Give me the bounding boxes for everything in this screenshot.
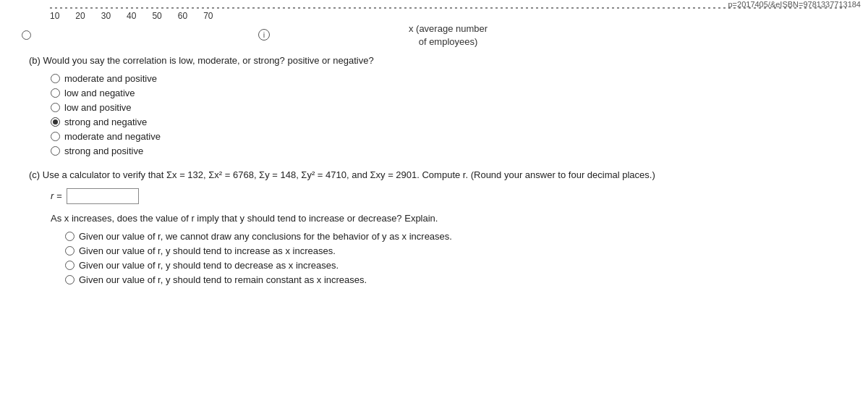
radio-group-b: moderate and positive low and negative l… bbox=[51, 73, 846, 156]
radio-c3-label: Given our value of r, y should tend to d… bbox=[79, 260, 339, 271]
radio-b6-label: strong and positive bbox=[64, 146, 143, 156]
header-url: p=2017405/&eISBN=9781337713184 bbox=[728, 0, 861, 9]
section-c: (c) Use a calculator to verify that Σx =… bbox=[22, 168, 846, 285]
r-input-row: r = bbox=[51, 188, 846, 204]
radio-item-b1[interactable]: moderate and positive bbox=[51, 73, 846, 84]
r-label: r = bbox=[51, 190, 62, 201]
tick-line bbox=[50, 7, 846, 9]
radio-b3-label: low and positive bbox=[64, 102, 132, 113]
radio-b5[interactable] bbox=[51, 132, 60, 141]
radio-item-c2[interactable]: Given our value of r, y should tend to i… bbox=[65, 245, 846, 256]
info-icon[interactable]: i bbox=[258, 29, 270, 41]
radio-b4-label: strong and negative bbox=[64, 117, 147, 127]
tick-row: 10 20 30 40 50 60 70 bbox=[50, 11, 846, 21]
tick-20: 20 bbox=[75, 11, 85, 21]
radio-b3[interactable] bbox=[51, 103, 60, 112]
radio-item-b2[interactable]: low and negative bbox=[51, 88, 846, 98]
tick-50: 50 bbox=[152, 11, 161, 21]
radio-group-c: Given our value of r, we cannot draw any… bbox=[65, 231, 846, 285]
radio-b1-label: moderate and positive bbox=[64, 73, 157, 84]
section-c-title: (c) Use a calculator to verify that Σx =… bbox=[29, 168, 846, 182]
radio-c2[interactable] bbox=[65, 246, 75, 256]
radio-c1[interactable] bbox=[65, 232, 75, 241]
radio-item-b6[interactable]: strong and positive bbox=[51, 146, 846, 156]
radio-c4-label: Given our value of r, y should tend to r… bbox=[79, 274, 367, 285]
section-b-title: (b) Would you say the correlation is low… bbox=[29, 54, 846, 68]
radio-item-b3[interactable]: low and positive bbox=[51, 102, 846, 113]
tick-40: 40 bbox=[127, 11, 136, 21]
top-section: 10 20 30 40 50 60 70 x (average number o… bbox=[22, 7, 846, 41]
radio-b6[interactable] bbox=[51, 146, 60, 156]
radio-c3[interactable] bbox=[65, 261, 75, 270]
radio-item-c4[interactable]: Given our value of r, y should tend to r… bbox=[65, 274, 846, 285]
radio-b2[interactable] bbox=[51, 88, 60, 98]
top-radio-option[interactable] bbox=[22, 30, 31, 40]
left-radio-circle[interactable] bbox=[22, 29, 35, 40]
radio-c2-label: Given our value of r, y should tend to i… bbox=[79, 245, 336, 256]
tick-70: 70 bbox=[203, 11, 213, 21]
tick-60: 60 bbox=[178, 11, 187, 21]
radio-b5-label: moderate and negative bbox=[64, 131, 161, 142]
r-input[interactable] bbox=[67, 188, 139, 204]
radio-c4[interactable] bbox=[65, 275, 75, 284]
tick-10: 10 bbox=[50, 11, 59, 21]
page-container: p=2017405/&eISBN=9781337713184 10 20 30 … bbox=[0, 0, 868, 409]
as-x-text: As x increases, does the value of r impl… bbox=[51, 211, 846, 226]
radio-b2-label: low and negative bbox=[64, 88, 135, 98]
section-b: (b) Would you say the correlation is low… bbox=[22, 54, 846, 157]
radio-item-c1[interactable]: Given our value of r, we cannot draw any… bbox=[65, 231, 846, 242]
radio-b4[interactable] bbox=[51, 117, 60, 127]
radio-c1-label: Given our value of r, we cannot draw any… bbox=[79, 231, 452, 242]
radio-item-b4[interactable]: strong and negative bbox=[51, 117, 846, 127]
tick-30: 30 bbox=[101, 11, 111, 21]
chart-area: 10 20 30 40 50 60 70 x (average number o… bbox=[50, 7, 846, 41]
radio-item-c3[interactable]: Given our value of r, y should tend to d… bbox=[65, 260, 846, 271]
radio-item-b5[interactable]: moderate and negative bbox=[51, 131, 846, 142]
radio-b1[interactable] bbox=[51, 74, 60, 83]
